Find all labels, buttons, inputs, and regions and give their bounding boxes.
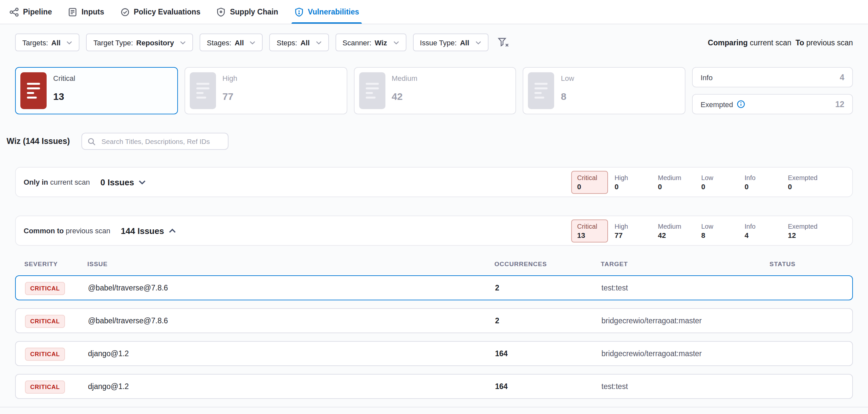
occurrences-count: 2 bbox=[495, 317, 601, 325]
occurrences-count: 2 bbox=[495, 284, 601, 292]
tab-label: Pipeline bbox=[23, 8, 52, 16]
chip-exempted[interactable]: Exempted 12 bbox=[788, 220, 825, 241]
filter-issue-type[interactable]: Issue Type: All bbox=[413, 33, 488, 51]
chip-critical[interactable]: Critical 13 bbox=[571, 219, 608, 242]
severity-badge: CRITICAL bbox=[25, 380, 65, 393]
chip-label: High bbox=[615, 223, 651, 230]
chip-medium[interactable]: Medium 0 bbox=[658, 171, 695, 193]
chip-count: 0 bbox=[788, 182, 825, 190]
chevron-up-icon bbox=[169, 228, 176, 233]
chip-count: 13 bbox=[577, 231, 602, 239]
group-label-bold: Only in bbox=[24, 178, 48, 186]
filter-label: Targets: bbox=[22, 38, 48, 46]
chip-low[interactable]: Low 8 bbox=[701, 220, 738, 241]
card-count: 12 bbox=[835, 99, 844, 109]
chevron-down-icon bbox=[393, 40, 399, 45]
table-row[interactable]: CRITICAL django@1.2 164 bridgecrewio/ter… bbox=[15, 341, 853, 366]
chip-low[interactable]: Low 0 bbox=[701, 171, 738, 193]
issue-name: django@1.2 bbox=[88, 382, 495, 390]
occurrences-count: 164 bbox=[495, 350, 601, 357]
card-count: 8 bbox=[561, 91, 574, 102]
severity-badge: CRITICAL bbox=[25, 282, 65, 295]
tab-pipeline[interactable]: Pipeline bbox=[9, 0, 52, 24]
tab-vulnerabilities[interactable]: Vulnerabilities bbox=[294, 0, 359, 24]
group-label-bold: Common to bbox=[24, 227, 64, 235]
info-circle-icon[interactable] bbox=[736, 100, 745, 109]
severity-card-exempted[interactable]: Exempted 12 bbox=[692, 94, 853, 114]
chip-info[interactable]: Info 4 bbox=[745, 220, 781, 241]
tab-inputs[interactable]: Inputs bbox=[68, 0, 104, 24]
group-header: Only in current scan 0 Issues bbox=[24, 177, 146, 187]
chip-count: 0 bbox=[701, 182, 738, 190]
chip-count: 4 bbox=[745, 231, 781, 239]
col-occurrences: OCCURRENCES bbox=[494, 260, 601, 267]
chip-exempted[interactable]: Exempted 0 bbox=[788, 171, 825, 193]
chip-label: Critical bbox=[577, 223, 602, 230]
filter-value: All bbox=[51, 38, 60, 46]
chip-count: 0 bbox=[615, 182, 651, 190]
filter-value: All bbox=[300, 38, 310, 46]
group-label-rest: previous scan bbox=[66, 227, 110, 235]
chip-label: High bbox=[615, 174, 651, 181]
tab-policy-evaluations[interactable]: Policy Evaluations bbox=[120, 0, 200, 24]
chip-label: Exempted bbox=[788, 223, 825, 230]
chip-label: Low bbox=[701, 223, 738, 230]
filter-steps[interactable]: Steps: All bbox=[270, 33, 329, 51]
severity-cards: Critical 13 High 77 Medium 42 bbox=[0, 51, 868, 114]
group-header: Common to previous scan 144 Issues bbox=[24, 226, 176, 236]
search-box bbox=[82, 133, 229, 150]
chip-label: Medium bbox=[658, 174, 695, 181]
severity-card-low[interactable]: Low 8 bbox=[523, 67, 686, 114]
group-label: Common to previous scan bbox=[24, 227, 110, 235]
chip-info[interactable]: Info 0 bbox=[745, 171, 781, 193]
scanner-title: Wiz (144 Issues) bbox=[6, 137, 70, 146]
chip-high[interactable]: High 77 bbox=[615, 220, 651, 241]
severity-chips: Critical 0 High 0 Medium 0 Low 0 Info 0 … bbox=[571, 171, 825, 194]
group-issues-toggle[interactable]: 144 Issues bbox=[121, 226, 176, 236]
filter-value: Repository bbox=[136, 38, 174, 46]
app-root: Pipeline Inputs Policy Evaluations Suppl… bbox=[0, 0, 868, 414]
severity-badge: CRITICAL bbox=[25, 315, 65, 328]
table-row[interactable]: CRITICAL @babel/traverse@7.8.6 2 test:te… bbox=[15, 275, 853, 300]
col-status: STATUS bbox=[770, 260, 853, 267]
filter-scanner[interactable]: Scanner: Wiz bbox=[335, 33, 406, 51]
chip-count: 0 bbox=[658, 182, 695, 190]
supply-chain-shield-icon bbox=[216, 7, 226, 17]
group-label: Only in current scan bbox=[24, 178, 90, 186]
filter-target-type[interactable]: Target Type: Repository bbox=[86, 33, 193, 51]
filter-label: Target Type: bbox=[93, 38, 133, 46]
tab-label: Policy Evaluations bbox=[134, 8, 200, 16]
table-row[interactable]: CRITICAL @babel/traverse@7.8.6 2 bridgec… bbox=[15, 308, 853, 333]
card-label: Critical bbox=[53, 74, 75, 82]
filter-label: Steps: bbox=[277, 38, 297, 46]
chip-count: 8 bbox=[701, 231, 738, 239]
issues-table: CRITICAL @babel/traverse@7.8.6 2 test:te… bbox=[15, 275, 853, 399]
issue-name: django@1.2 bbox=[88, 350, 495, 357]
chip-critical[interactable]: Critical 0 bbox=[571, 171, 608, 194]
severity-card-high[interactable]: High 77 bbox=[185, 67, 347, 114]
filter-stages[interactable]: Stages: All bbox=[199, 33, 263, 51]
comparing-previous: previous scan bbox=[806, 38, 853, 46]
search-input[interactable] bbox=[100, 137, 223, 146]
chip-count: 0 bbox=[577, 182, 602, 190]
table-row[interactable]: CRITICAL django@1.2 164 test:test bbox=[15, 374, 853, 399]
group-issues-toggle[interactable]: 0 Issues bbox=[100, 177, 146, 187]
severity-lines-icon bbox=[359, 72, 385, 109]
chip-high[interactable]: High 0 bbox=[615, 171, 651, 193]
policy-check-icon bbox=[120, 7, 130, 17]
comparing-to: To bbox=[796, 38, 804, 46]
chip-medium[interactable]: Medium 42 bbox=[658, 220, 695, 241]
filter-targets[interactable]: Targets: All bbox=[15, 33, 80, 51]
chip-label: Info bbox=[745, 223, 781, 230]
severity-card-info[interactable]: Info 4 bbox=[692, 67, 853, 87]
chip-count: 77 bbox=[615, 231, 651, 239]
clear-filters-icon[interactable] bbox=[496, 36, 510, 49]
group-label-rest: current scan bbox=[50, 178, 90, 186]
severity-card-critical[interactable]: Critical 13 bbox=[15, 67, 178, 114]
inputs-icon bbox=[68, 7, 78, 17]
target-name: bridgecrewio/terragoat:master bbox=[601, 317, 770, 325]
severity-lines-icon bbox=[20, 72, 46, 109]
severity-card-medium[interactable]: Medium 42 bbox=[353, 67, 517, 114]
tab-supply-chain[interactable]: Supply Chain bbox=[216, 0, 278, 24]
issue-name: @babel/traverse@7.8.6 bbox=[88, 284, 495, 292]
